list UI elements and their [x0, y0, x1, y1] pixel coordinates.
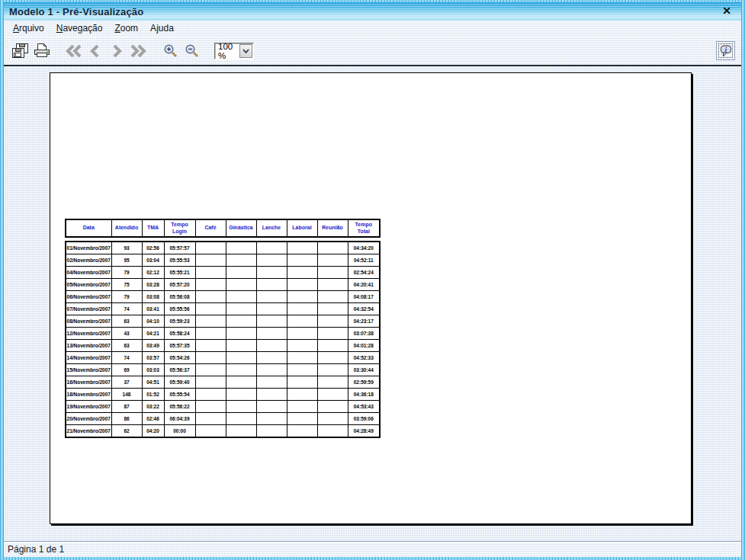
table-row: 13/Novembro/20076303:4905:57:3504:01:28 — [66, 340, 380, 352]
table-cell: 04:21 — [142, 328, 164, 340]
table-cell — [226, 328, 256, 340]
zoom-group — [159, 40, 202, 62]
print-button[interactable] — [31, 40, 53, 62]
save-button[interactable] — [10, 40, 31, 62]
table-cell: 05:57:20 — [164, 279, 195, 291]
menu-item-text: oom — [120, 23, 138, 34]
table-cell: 04:20:41 — [348, 279, 380, 291]
table-cell — [256, 267, 287, 279]
previous-page-button[interactable] — [85, 40, 106, 62]
table-cell: 04:51 — [142, 376, 164, 389]
table-cell: 04:28:49 — [348, 425, 380, 438]
table-cell: 08/Novembro/2007 — [66, 315, 111, 328]
zoom-in-button[interactable] — [159, 40, 181, 62]
last-page-icon — [129, 44, 147, 58]
table-row: 14/Novembro/20077403:5705:54:2604:52:33 — [66, 352, 380, 364]
table-cell: 03:49 — [142, 340, 164, 352]
table-cell — [317, 376, 348, 389]
table-cell: 15/Novembro/2007 — [66, 364, 111, 376]
table-cell: 62 — [111, 425, 142, 438]
table-cell: 03:59:06 — [348, 413, 380, 425]
table-cell: 12/Novembro/2007 — [66, 328, 111, 340]
menu-item-zoom[interactable]: Zoom — [108, 21, 144, 36]
table-cell: 04:32:54 — [348, 303, 380, 315]
table-cell: 02:56 — [142, 242, 164, 254]
table-row: 16/Novembro/20073704:5105:59:4002:59:59 — [66, 376, 380, 389]
table-cell: 03:03 — [142, 364, 164, 376]
table-cell: 04:08:17 — [348, 291, 380, 303]
preview-area[interactable]: Data Atendido TMA Tempo Login Café Ginás… — [4, 65, 741, 541]
table-cell: 00:00 — [164, 425, 195, 438]
table-cell: 01/Novembro/2007 — [66, 242, 111, 254]
table-cell: 04:34:20 — [348, 242, 380, 254]
table-cell: 05:55:56 — [164, 303, 195, 315]
table-cell — [317, 340, 348, 352]
table-cell — [317, 352, 348, 364]
table-cell — [226, 389, 256, 401]
table-cell: 02:54:24 — [348, 267, 380, 279]
table-cell: 05:58:24 — [164, 328, 195, 340]
table-cell — [287, 254, 317, 267]
table-cell: 20/Novembro/2007 — [66, 413, 111, 425]
table-cell: 04:53:43 — [348, 401, 380, 413]
table-cell — [256, 376, 287, 389]
table-cell: 63 — [111, 315, 142, 328]
last-page-button[interactable] — [127, 40, 149, 62]
zoom-out-button[interactable] — [181, 40, 202, 62]
table-cell: 14/Novembro/2007 — [66, 352, 111, 364]
table-cell: 79 — [111, 267, 142, 279]
table-row: 04/Novembro/20077902:1205:55:2102:54:24 — [66, 267, 380, 279]
table-cell: 05:59:40 — [164, 376, 195, 389]
table-cell: 21/Novembro/2007 — [66, 425, 111, 438]
table-cell — [226, 267, 256, 279]
table-cell: 06:04:39 — [164, 413, 195, 425]
table-cell: 05:56:08 — [164, 291, 195, 303]
close-button[interactable]: ✕ — [720, 4, 734, 18]
table-cell — [287, 352, 317, 364]
table-cell: 02:46 — [142, 413, 164, 425]
print-icon — [33, 43, 51, 59]
zoom-level-select[interactable]: 100 % — [214, 43, 254, 59]
table-cell: 37 — [111, 376, 142, 389]
table-cell: 05:57:35 — [164, 340, 195, 352]
table-row: 06/Novembro/20077903:0805:56:0804:08:17 — [66, 291, 380, 303]
table-cell: 05:59:23 — [164, 315, 195, 328]
next-page-icon — [111, 44, 123, 58]
table-cell — [317, 291, 348, 303]
table-row: 20/Novembro/20078602:4606:04:3903:59:06 — [66, 413, 380, 425]
table-cell — [226, 413, 256, 425]
table-cell: 03:04 — [142, 254, 164, 267]
report-body-table: 01/Novembro/20079302:5605:57:5704:34:200… — [65, 241, 381, 438]
zoom-level-value: 100 % — [215, 42, 239, 60]
table-row: 19/Novembro/20078703:2205:56:2204:53:43 — [66, 401, 380, 413]
table-cell — [226, 364, 256, 376]
table-cell: 05:57:57 — [164, 242, 195, 254]
menu-item-arquivo[interactable]: Arquivo — [7, 21, 50, 36]
table-row: 12/Novembro/20074304:2105:58:2403:07:38 — [66, 328, 380, 340]
menu-item-ajuda[interactable]: Ajuda — [144, 21, 180, 36]
about-button[interactable]: i — [716, 41, 735, 60]
combo-dropdown-button[interactable] — [239, 44, 252, 58]
table-cell — [287, 291, 317, 303]
info-bubble-icon: i — [719, 44, 733, 58]
table-cell: 04:36:18 — [348, 389, 380, 401]
table-cell: 03:28 — [142, 279, 164, 291]
menu-item-navegacao[interactable]: Navegação — [50, 21, 109, 36]
table-cell — [226, 279, 256, 291]
table-cell — [195, 279, 226, 291]
window-title: Modelo 1 - Pré-Visualização — [4, 6, 143, 18]
column-header: Tempo Login — [164, 219, 195, 237]
table-cell: 63 — [111, 340, 142, 352]
table-cell: 04:52:33 — [348, 352, 380, 364]
table-cell — [317, 315, 348, 328]
table-cell: 16/Novembro/2007 — [66, 376, 111, 389]
first-page-button[interactable] — [63, 40, 85, 62]
next-page-button[interactable] — [106, 40, 127, 62]
table-cell: 03:57 — [142, 352, 164, 364]
table-cell: 06/Novembro/2007 — [66, 291, 111, 303]
table-cell: 43 — [111, 328, 142, 340]
table-cell — [287, 364, 317, 376]
table-cell — [195, 267, 226, 279]
previous-page-icon — [89, 44, 101, 58]
table-cell — [226, 315, 256, 328]
